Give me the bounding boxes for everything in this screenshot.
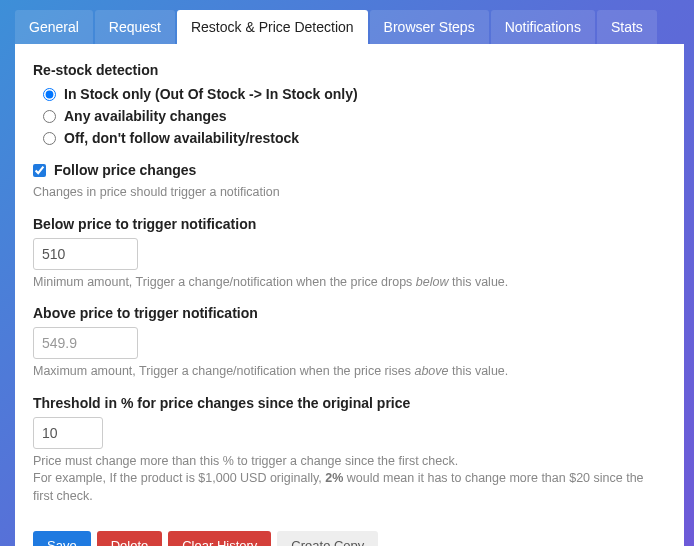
restock-radio-any-changes[interactable] bbox=[43, 110, 56, 123]
action-buttons: Save Delete Clear History Create Copy bbox=[33, 531, 666, 546]
settings-panel: Re-stock detection In Stock only (Out Of… bbox=[15, 44, 684, 546]
below-price-label: Below price to trigger notification bbox=[33, 216, 666, 232]
tab-request[interactable]: Request bbox=[95, 10, 175, 44]
threshold-help: Price must change more than this % to tr… bbox=[33, 453, 666, 506]
follow-price-help: Changes in price should trigger a notifi… bbox=[33, 184, 666, 202]
restock-label-any-changes: Any availability changes bbox=[64, 108, 227, 124]
threshold-input[interactable] bbox=[33, 417, 103, 449]
tab-restock-price-detection[interactable]: Restock & Price Detection bbox=[177, 10, 368, 44]
restock-label-instock-only: In Stock only (Out Of Stock -> In Stock … bbox=[64, 86, 358, 102]
tab-browser-steps[interactable]: Browser Steps bbox=[370, 10, 489, 44]
create-copy-button[interactable]: Create Copy bbox=[277, 531, 378, 546]
above-price-label: Above price to trigger notification bbox=[33, 305, 666, 321]
tab-notifications[interactable]: Notifications bbox=[491, 10, 595, 44]
below-price-help: Minimum amount, Trigger a change/notific… bbox=[33, 274, 666, 292]
threshold-label: Threshold in % for price changes since t… bbox=[33, 395, 666, 411]
save-button[interactable]: Save bbox=[33, 531, 91, 546]
above-price-help: Maximum amount, Trigger a change/notific… bbox=[33, 363, 666, 381]
tab-bar: General Request Restock & Price Detectio… bbox=[15, 10, 684, 44]
restock-label-off: Off, don't follow availability/restock bbox=[64, 130, 299, 146]
follow-price-label: Follow price changes bbox=[54, 162, 196, 178]
tab-stats[interactable]: Stats bbox=[597, 10, 657, 44]
restock-section-title: Re-stock detection bbox=[33, 62, 666, 78]
tab-general[interactable]: General bbox=[15, 10, 93, 44]
follow-price-checkbox[interactable] bbox=[33, 164, 46, 177]
restock-radio-instock-only[interactable] bbox=[43, 88, 56, 101]
above-price-input[interactable] bbox=[33, 327, 138, 359]
restock-radio-off[interactable] bbox=[43, 132, 56, 145]
below-price-input[interactable] bbox=[33, 238, 138, 270]
delete-button[interactable]: Delete bbox=[97, 531, 163, 546]
clear-history-button[interactable]: Clear History bbox=[168, 531, 271, 546]
